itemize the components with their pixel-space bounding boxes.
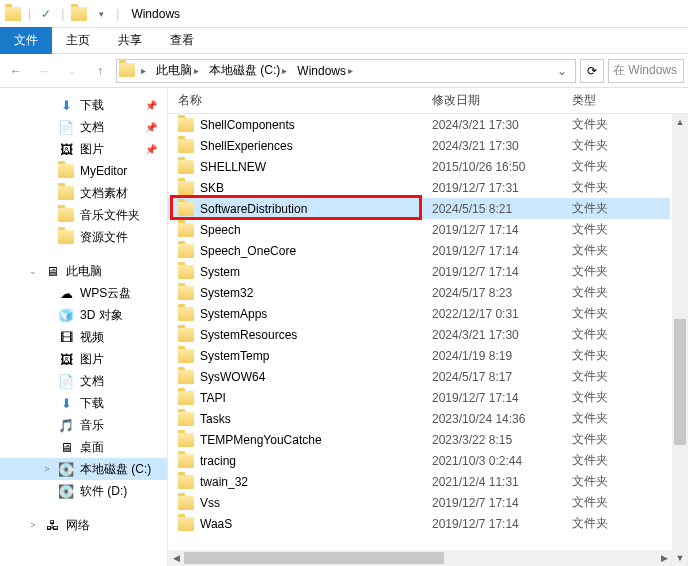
file-date: 2019/12/7 17:31	[432, 181, 572, 195]
nav-item[interactable]: 🖼图片📌	[0, 138, 167, 160]
nav-item[interactable]: 📄文档📌	[0, 116, 167, 138]
file-date: 2019/12/7 17:14	[432, 265, 572, 279]
nav-item[interactable]: 🖥桌面	[0, 436, 167, 458]
qat-dropdown-icon[interactable]: ▾	[94, 7, 108, 21]
file-row[interactable]: SystemApps2022/12/17 0:31文件夹	[168, 303, 670, 324]
search-input[interactable]: 在 Windows	[608, 59, 684, 83]
address-dropdown[interactable]: ⌄	[551, 64, 573, 78]
file-name: Vss	[200, 496, 220, 510]
folder-icon	[178, 349, 194, 363]
file-list-pane: 名称 修改日期 类型 ShellComponents2024/3/21 17:3…	[168, 88, 688, 566]
file-row[interactable]: Vss2019/12/7 17:14文件夹	[168, 492, 670, 513]
horizontal-scrollbar[interactable]: ◀ ▶	[168, 550, 672, 566]
nav-item[interactable]: 🎞视频	[0, 326, 167, 348]
folder-icon	[178, 202, 194, 216]
tab-file[interactable]: 文件	[0, 27, 52, 54]
file-type: 文件夹	[572, 347, 670, 364]
vertical-scrollbar[interactable]: ▲ ▼	[672, 114, 688, 566]
refresh-button[interactable]: ⟳	[580, 59, 604, 83]
nav-item[interactable]: ☁WPS云盘	[0, 282, 167, 304]
tab-view[interactable]: 查看	[156, 27, 208, 54]
scroll-thumb-h[interactable]	[184, 552, 444, 564]
titlebar: | ✓ | ▾ | Windows	[0, 0, 688, 28]
file-list: ShellComponents2024/3/21 17:30文件夹ShellEx…	[168, 114, 688, 566]
file-date: 2021/10/3 0:2:44	[432, 454, 572, 468]
folder-icon	[178, 391, 194, 405]
nav-item[interactable]: ⬇下载	[0, 392, 167, 414]
scroll-down-button[interactable]: ▼	[672, 550, 688, 566]
file-date: 2019/12/7 17:14	[432, 223, 572, 237]
file-name: SoftwareDistribution	[200, 202, 307, 216]
column-type[interactable]: 类型	[572, 92, 688, 109]
file-row[interactable]: Speech2019/12/7 17:14文件夹	[168, 219, 670, 240]
nav-item[interactable]: >🖧网络	[0, 514, 167, 536]
file-row[interactable]: System322024/5/17 8:23文件夹	[168, 282, 670, 303]
scroll-left-button[interactable]: ◀	[168, 550, 184, 566]
file-row[interactable]: tracing2021/10/3 0:2:44文件夹	[168, 450, 670, 471]
scroll-up-button[interactable]: ▲	[672, 114, 688, 130]
file-date: 2024/3/21 17:30	[432, 118, 572, 132]
file-date: 2015/10/26 16:50	[432, 160, 572, 174]
file-name: System32	[200, 286, 253, 300]
file-row[interactable]: SoftwareDistribution2024/5/15 8:21文件夹	[168, 198, 670, 219]
file-row[interactable]: TAPI2019/12/7 17:14文件夹	[168, 387, 670, 408]
nav-item[interactable]: MyEditor	[0, 160, 167, 182]
file-row[interactable]: WaaS2019/12/7 17:14文件夹	[168, 513, 670, 534]
file-row[interactable]: ShellExperiences2024/3/21 17:30文件夹	[168, 135, 670, 156]
folder-icon	[178, 160, 194, 174]
up-button[interactable]: ↑	[88, 59, 112, 83]
file-name: SKB	[200, 181, 224, 195]
crumb-windows[interactable]: Windows▸	[293, 64, 357, 78]
nav-item[interactable]: >💽本地磁盘 (C:)	[0, 458, 167, 480]
column-name[interactable]: 名称	[178, 92, 432, 109]
folder-icon	[178, 517, 194, 531]
file-row[interactable]: TEMPMengYouCatche2023/3/22 8:15文件夹	[168, 429, 670, 450]
file-row[interactable]: System2019/12/7 17:14文件夹	[168, 261, 670, 282]
file-row[interactable]: ShellComponents2024/3/21 17:30文件夹	[168, 114, 670, 135]
file-row[interactable]: Speech_OneCore2019/12/7 17:14文件夹	[168, 240, 670, 261]
file-row[interactable]: Tasks2023/10/24 14:36文件夹	[168, 408, 670, 429]
nav-item[interactable]: 🎵音乐	[0, 414, 167, 436]
folder-icon	[178, 370, 194, 384]
file-name: TEMPMengYouCatche	[200, 433, 322, 447]
crumb-drive-c[interactable]: 本地磁盘 (C:)▸	[205, 62, 291, 79]
file-name: SysWOW64	[200, 370, 265, 384]
column-date[interactable]: 修改日期	[432, 92, 572, 109]
file-type: 文件夹	[572, 326, 670, 343]
tab-share[interactable]: 共享	[104, 27, 156, 54]
nav-item[interactable]: 💽软件 (D:)	[0, 480, 167, 502]
scroll-thumb[interactable]	[674, 319, 686, 445]
crumb-thispc[interactable]: 此电脑▸	[152, 62, 203, 79]
nav-item[interactable]: 资源文件	[0, 226, 167, 248]
nav-item[interactable]: 文档素材	[0, 182, 167, 204]
file-row[interactable]: SHELLNEW2015/10/26 16:50文件夹	[168, 156, 670, 177]
address-bar[interactable]: ▸ 此电脑▸ 本地磁盘 (C:)▸ Windows▸ ⌄	[116, 59, 576, 83]
tab-home[interactable]: 主页	[52, 27, 104, 54]
file-type: 文件夹	[572, 431, 670, 448]
folder-icon	[178, 307, 194, 321]
file-row[interactable]: SysWOW642024/5/17 8:17文件夹	[168, 366, 670, 387]
nav-item[interactable]: 音乐文件夹	[0, 204, 167, 226]
file-name: twain_32	[200, 475, 248, 489]
file-type: 文件夹	[572, 221, 670, 238]
file-type: 文件夹	[572, 200, 670, 217]
recent-dropdown[interactable]: ⌄	[60, 59, 84, 83]
file-row[interactable]: SystemResources2024/3/21 17:30文件夹	[168, 324, 670, 345]
nav-item[interactable]: ⌄🖥此电脑	[0, 260, 167, 282]
scroll-right-button[interactable]: ▶	[656, 550, 672, 566]
folder-icon	[72, 7, 86, 21]
file-row[interactable]: SystemTemp2024/1/19 8:19文件夹	[168, 345, 670, 366]
nav-item[interactable]: ⬇下载📌	[0, 94, 167, 116]
forward-button[interactable]: →	[32, 59, 56, 83]
file-date: 2022/12/17 0:31	[432, 307, 572, 321]
chevron-right-icon: ▸	[348, 65, 353, 76]
folder-icon	[178, 223, 194, 237]
file-row[interactable]: SKB2019/12/7 17:31文件夹	[168, 177, 670, 198]
nav-item[interactable]: 🖼图片	[0, 348, 167, 370]
chevron-right-icon: ▸	[282, 65, 287, 76]
file-row[interactable]: twain_322021/12/4 11:31文件夹	[168, 471, 670, 492]
back-button[interactable]: ←	[4, 59, 28, 83]
nav-item[interactable]: 📄文档	[0, 370, 167, 392]
nav-item[interactable]: 🧊3D 对象	[0, 304, 167, 326]
chevron-right-icon[interactable]: ▸	[141, 65, 146, 76]
